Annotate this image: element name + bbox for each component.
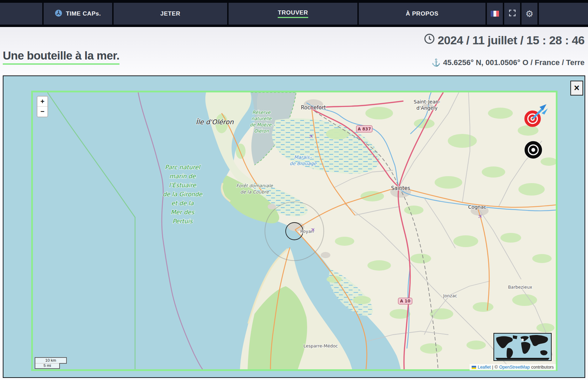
- anchor-icon: ⚓: [431, 58, 440, 67]
- svg-text:Forêt domaniale: Forêt domaniale: [236, 183, 273, 188]
- scale-bar-mi: 5 mi: [35, 363, 60, 369]
- coords-text: 45.6256° N, 001.0506° O / France / Terre: [443, 58, 585, 67]
- svg-text:Réserve: Réserve: [252, 110, 271, 115]
- nav-item-label: TROUVER: [278, 9, 308, 18]
- svg-text:Marais–: Marais–: [294, 154, 312, 160]
- nav-fullscreen-button[interactable]: [504, 3, 520, 25]
- svg-text:de Moëze-: de Moëze-: [250, 122, 273, 127]
- label-rochefort: Rochefort: [301, 105, 326, 111]
- nav-settings-button[interactable]: ⚙: [522, 3, 537, 25]
- label-cognac: Cognac: [468, 204, 486, 210]
- svg-text:A 10: A 10: [400, 299, 410, 304]
- label-ile-oleron: Île d'Oléron: [196, 118, 234, 126]
- attribution-separator: |: [492, 365, 493, 370]
- target-marker-black[interactable]: [524, 141, 542, 159]
- nav-spacer-left: [0, 3, 42, 25]
- label-barbezieux: Barbezieux: [508, 284, 532, 290]
- map-zoom-control: + −: [37, 96, 48, 117]
- label-jonzac: Jonzac: [443, 293, 457, 298]
- page-header: Une bouteille à la mer. 2024 / 11 juille…: [0, 27, 588, 75]
- svg-text:A 837: A 837: [358, 127, 371, 132]
- world-minimap-canvas: [494, 334, 551, 360]
- datetime-text: 2024 / 11 juillet / 15 : 28 : 46: [438, 34, 585, 47]
- svg-text:Mer des: Mer des: [171, 209, 195, 216]
- page-title[interactable]: Une bouteille à la mer.: [3, 49, 119, 65]
- map-bounds-rectangle: Île d'Oléron Réserve naturelle de Moëze-…: [31, 91, 558, 371]
- datetime-display: 2024 / 11 juillet / 15 : 28 : 46: [424, 33, 585, 47]
- gear-icon: ⚙: [525, 9, 533, 18]
- zoom-out-button[interactable]: −: [37, 107, 47, 117]
- road-badge-a10: A 10: [398, 298, 412, 304]
- minimap-location-dot: [522, 339, 524, 341]
- coords-display: ⚓ 45.6256° N, 001.0506° O / France / Ter…: [431, 58, 585, 67]
- nav-item-a-propos[interactable]: À PROPOS: [359, 3, 485, 25]
- clock-nav-icon: [55, 9, 62, 18]
- map-canvas[interactable]: Île d'Oléron Réserve naturelle de Moëze-…: [33, 92, 556, 369]
- nav-item-label: À PROPOS: [406, 10, 439, 17]
- map-container: ×: [3, 75, 585, 378]
- nav-item-jeter[interactable]: JETER: [114, 3, 227, 25]
- svg-text:naturelle: naturelle: [251, 116, 272, 121]
- top-navbar: TIME CAPs. JETER TROUVER À PROPOS ⚙: [0, 0, 588, 27]
- label-saintes: Saintes: [391, 185, 410, 191]
- map-close-button[interactable]: ×: [570, 81, 583, 96]
- svg-text:Oléron: Oléron: [254, 128, 269, 134]
- zoom-in-button[interactable]: +: [37, 97, 47, 107]
- svg-text:Parc naturel: Parc naturel: [165, 164, 201, 171]
- fullscreen-icon: [508, 9, 516, 18]
- nav-language-button[interactable]: [487, 3, 503, 25]
- svg-text:de Brouage: de Brouage: [289, 161, 317, 166]
- nav-item-time-caps[interactable]: TIME CAPs.: [44, 3, 112, 25]
- leaflet-link[interactable]: Leaflet: [478, 365, 491, 370]
- label-lesparre-medoc: Lesparre-Médoc: [303, 343, 338, 349]
- svg-text:Pertuis: Pertuis: [172, 218, 193, 225]
- ukraine-flag-icon: [472, 366, 476, 369]
- svg-text:marin de: marin de: [169, 173, 196, 180]
- nav-item-label: TIME CAPs.: [66, 10, 101, 17]
- french-flag-icon: [491, 11, 499, 17]
- svg-text:Saint-Jean-: Saint-Jean-: [414, 99, 440, 105]
- nav-item-trouver[interactable]: TROUVER: [229, 3, 357, 25]
- world-minimap[interactable]: [493, 333, 552, 361]
- svg-text:et de la: et de la: [171, 200, 194, 207]
- openstreetmap-link[interactable]: OpenStreetMap: [499, 365, 529, 370]
- road-badge-a837: A 837: [356, 126, 372, 132]
- svg-text:d'Angély: d'Angély: [417, 105, 438, 111]
- attribution-copyright: ©: [495, 365, 498, 370]
- nav-item-label: JETER: [160, 10, 180, 17]
- clock-icon: [424, 33, 435, 47]
- svg-text:de la Gironde: de la Gironde: [163, 191, 203, 198]
- nav-spacer-right: [539, 3, 588, 25]
- attribution-contributors: contributors: [531, 365, 554, 370]
- svg-text:l'Estuaire: l'Estuaire: [169, 182, 197, 189]
- map-attribution: Leaflet | © OpenStreetMap contributors: [470, 364, 556, 370]
- svg-text:de la Coubre: de la Coubre: [240, 189, 269, 194]
